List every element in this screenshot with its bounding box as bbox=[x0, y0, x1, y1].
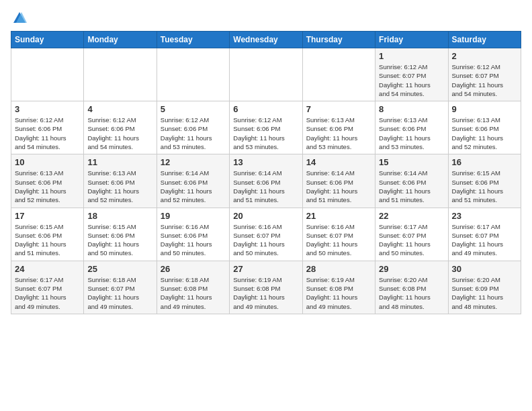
day-info: Sunrise: 6:13 AMSunset: 6:06 PMDaylight:… bbox=[87, 169, 152, 204]
calendar-cell: 16Sunrise: 6:15 AMSunset: 6:06 PMDayligh… bbox=[448, 154, 521, 208]
week-row-3: 10Sunrise: 6:13 AMSunset: 6:06 PMDayligh… bbox=[11, 154, 521, 208]
day-number: 22 bbox=[379, 211, 444, 221]
day-number: 29 bbox=[379, 264, 444, 274]
day-number: 8 bbox=[379, 104, 444, 114]
weekday-header-tuesday: Tuesday bbox=[157, 32, 229, 48]
day-number: 18 bbox=[87, 211, 152, 221]
day-number: 11 bbox=[87, 157, 152, 167]
weekday-header-saturday: Saturday bbox=[448, 32, 521, 48]
day-number: 21 bbox=[306, 211, 371, 221]
calendar-cell bbox=[230, 48, 302, 101]
day-number: 5 bbox=[161, 104, 226, 114]
calendar-cell: 3Sunrise: 6:12 AMSunset: 6:06 PMDaylight… bbox=[11, 101, 84, 154]
day-info: Sunrise: 6:13 AMSunset: 6:06 PMDaylight:… bbox=[306, 116, 371, 151]
day-number: 2 bbox=[452, 51, 517, 61]
day-info: Sunrise: 6:13 AMSunset: 6:06 PMDaylight:… bbox=[15, 169, 80, 204]
calendar-cell: 11Sunrise: 6:13 AMSunset: 6:06 PMDayligh… bbox=[84, 154, 157, 208]
calendar-cell: 9Sunrise: 6:13 AMSunset: 6:06 PMDaylight… bbox=[448, 101, 521, 154]
day-number: 15 bbox=[379, 157, 444, 167]
calendar-cell: 24Sunrise: 6:17 AMSunset: 6:07 PMDayligh… bbox=[11, 261, 84, 314]
week-row-2: 3Sunrise: 6:12 AMSunset: 6:06 PMDaylight… bbox=[11, 101, 521, 154]
logo-icon bbox=[12, 11, 27, 26]
logo bbox=[11, 11, 27, 26]
day-number: 14 bbox=[306, 157, 371, 167]
calendar-cell: 4Sunrise: 6:12 AMSunset: 6:06 PMDaylight… bbox=[84, 101, 157, 154]
day-number: 1 bbox=[379, 51, 444, 61]
day-number: 19 bbox=[161, 211, 226, 221]
calendar-cell: 29Sunrise: 6:20 AMSunset: 6:08 PMDayligh… bbox=[375, 261, 448, 314]
day-info: Sunrise: 6:14 AMSunset: 6:06 PMDaylight:… bbox=[161, 169, 226, 204]
calendar-cell: 15Sunrise: 6:14 AMSunset: 6:06 PMDayligh… bbox=[375, 154, 448, 208]
day-number: 30 bbox=[452, 264, 517, 274]
calendar-cell: 1Sunrise: 6:12 AMSunset: 6:07 PMDaylight… bbox=[375, 48, 448, 101]
day-number: 13 bbox=[233, 157, 298, 167]
calendar-cell: 21Sunrise: 6:16 AMSunset: 6:07 PMDayligh… bbox=[302, 208, 375, 261]
calendar-cell: 2Sunrise: 6:12 AMSunset: 6:07 PMDaylight… bbox=[448, 48, 521, 101]
calendar-cell bbox=[84, 48, 157, 101]
day-info: Sunrise: 6:16 AMSunset: 6:07 PMDaylight:… bbox=[306, 222, 371, 258]
calendar-cell: 7Sunrise: 6:13 AMSunset: 6:06 PMDaylight… bbox=[302, 101, 375, 154]
calendar-cell: 6Sunrise: 6:12 AMSunset: 6:06 PMDaylight… bbox=[230, 101, 302, 154]
day-number: 3 bbox=[15, 104, 80, 114]
day-info: Sunrise: 6:13 AMSunset: 6:06 PMDaylight:… bbox=[379, 116, 444, 151]
calendar-cell: 19Sunrise: 6:16 AMSunset: 6:06 PMDayligh… bbox=[157, 208, 229, 261]
day-info: Sunrise: 6:12 AMSunset: 6:07 PMDaylight:… bbox=[452, 62, 517, 98]
calendar-cell: 12Sunrise: 6:14 AMSunset: 6:06 PMDayligh… bbox=[157, 154, 229, 208]
day-info: Sunrise: 6:12 AMSunset: 6:06 PMDaylight:… bbox=[15, 116, 80, 151]
day-info: Sunrise: 6:18 AMSunset: 6:08 PMDaylight:… bbox=[161, 275, 226, 311]
day-info: Sunrise: 6:16 AMSunset: 6:06 PMDaylight:… bbox=[161, 222, 226, 258]
day-info: Sunrise: 6:12 AMSunset: 6:06 PMDaylight:… bbox=[161, 116, 226, 151]
day-info: Sunrise: 6:12 AMSunset: 6:06 PMDaylight:… bbox=[233, 116, 298, 151]
day-number: 25 bbox=[87, 264, 152, 274]
calendar-cell bbox=[11, 48, 84, 101]
day-number: 28 bbox=[306, 264, 371, 274]
day-info: Sunrise: 6:15 AMSunset: 6:06 PMDaylight:… bbox=[15, 222, 80, 258]
weekday-header-sunday: Sunday bbox=[11, 32, 84, 48]
day-info: Sunrise: 6:20 AMSunset: 6:08 PMDaylight:… bbox=[379, 275, 444, 311]
day-info: Sunrise: 6:17 AMSunset: 6:07 PMDaylight:… bbox=[379, 222, 444, 258]
weekday-header-friday: Friday bbox=[375, 32, 448, 48]
weekday-header-monday: Monday bbox=[84, 32, 157, 48]
calendar-cell: 14Sunrise: 6:14 AMSunset: 6:06 PMDayligh… bbox=[302, 154, 375, 208]
day-number: 27 bbox=[233, 264, 298, 274]
day-number: 16 bbox=[452, 157, 517, 167]
day-info: Sunrise: 6:17 AMSunset: 6:07 PMDaylight:… bbox=[452, 222, 517, 258]
calendar-cell: 18Sunrise: 6:15 AMSunset: 6:06 PMDayligh… bbox=[84, 208, 157, 261]
day-info: Sunrise: 6:19 AMSunset: 6:08 PMDaylight:… bbox=[233, 275, 298, 311]
calendar-cell: 27Sunrise: 6:19 AMSunset: 6:08 PMDayligh… bbox=[230, 261, 302, 314]
calendar-cell: 13Sunrise: 6:14 AMSunset: 6:06 PMDayligh… bbox=[230, 154, 302, 208]
week-row-1: 1Sunrise: 6:12 AMSunset: 6:07 PMDaylight… bbox=[11, 48, 521, 101]
weekday-header-wednesday: Wednesday bbox=[230, 32, 302, 48]
calendar-cell: 23Sunrise: 6:17 AMSunset: 6:07 PMDayligh… bbox=[448, 208, 521, 261]
calendar-table: SundayMondayTuesdayWednesdayThursdayFrid… bbox=[11, 31, 521, 314]
calendar-cell: 26Sunrise: 6:18 AMSunset: 6:08 PMDayligh… bbox=[157, 261, 229, 314]
weekday-header-thursday: Thursday bbox=[302, 32, 375, 48]
calendar-cell: 28Sunrise: 6:19 AMSunset: 6:08 PMDayligh… bbox=[302, 261, 375, 314]
calendar-cell: 8Sunrise: 6:13 AMSunset: 6:06 PMDaylight… bbox=[375, 101, 448, 154]
day-info: Sunrise: 6:16 AMSunset: 6:07 PMDaylight:… bbox=[233, 222, 298, 258]
day-number: 20 bbox=[233, 211, 298, 221]
day-number: 17 bbox=[15, 211, 80, 221]
calendar-cell: 22Sunrise: 6:17 AMSunset: 6:07 PMDayligh… bbox=[375, 208, 448, 261]
day-info: Sunrise: 6:13 AMSunset: 6:06 PMDaylight:… bbox=[452, 116, 517, 151]
calendar-cell bbox=[302, 48, 375, 101]
day-number: 23 bbox=[452, 211, 517, 221]
calendar-cell: 17Sunrise: 6:15 AMSunset: 6:06 PMDayligh… bbox=[11, 208, 84, 261]
day-info: Sunrise: 6:17 AMSunset: 6:07 PMDaylight:… bbox=[15, 275, 80, 311]
day-number: 4 bbox=[87, 104, 152, 114]
calendar-cell: 25Sunrise: 6:18 AMSunset: 6:07 PMDayligh… bbox=[84, 261, 157, 314]
calendar-cell: 5Sunrise: 6:12 AMSunset: 6:06 PMDaylight… bbox=[157, 101, 229, 154]
day-info: Sunrise: 6:14 AMSunset: 6:06 PMDaylight:… bbox=[306, 169, 371, 204]
day-number: 9 bbox=[452, 104, 517, 114]
day-number: 6 bbox=[233, 104, 298, 114]
day-number: 7 bbox=[306, 104, 371, 114]
day-info: Sunrise: 6:19 AMSunset: 6:08 PMDaylight:… bbox=[306, 275, 371, 311]
day-number: 26 bbox=[161, 264, 226, 274]
day-info: Sunrise: 6:18 AMSunset: 6:07 PMDaylight:… bbox=[87, 275, 152, 311]
day-number: 12 bbox=[161, 157, 226, 167]
day-info: Sunrise: 6:12 AMSunset: 6:06 PMDaylight:… bbox=[87, 116, 152, 151]
day-number: 10 bbox=[15, 157, 80, 167]
day-info: Sunrise: 6:14 AMSunset: 6:06 PMDaylight:… bbox=[379, 169, 444, 204]
day-number: 24 bbox=[15, 264, 80, 274]
day-info: Sunrise: 6:15 AMSunset: 6:06 PMDaylight:… bbox=[87, 222, 152, 258]
